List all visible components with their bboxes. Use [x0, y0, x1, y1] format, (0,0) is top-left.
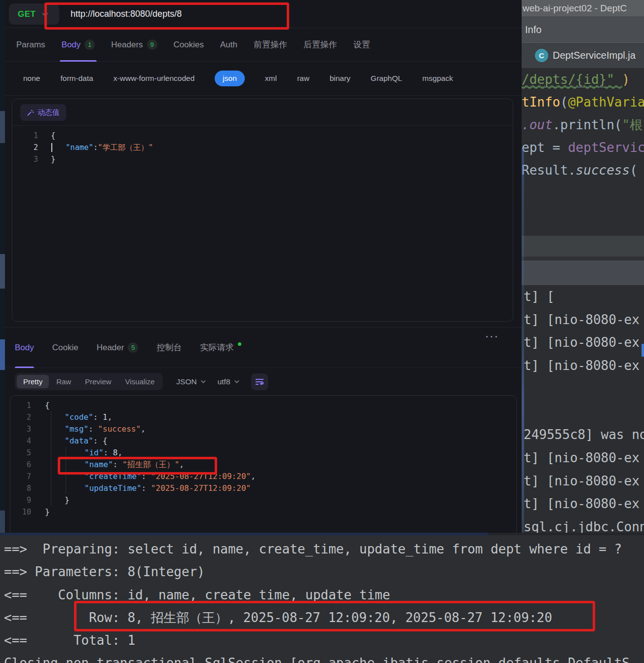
token-p: , [117, 448, 122, 457]
ide-window-title: web-ai-project02 - DeptC [522, 0, 644, 16]
request-tabs: ParamsBody1Headers9CookiesAuth前置操作后置操作设置 [5, 28, 522, 62]
chevron-down-icon [234, 378, 239, 383]
ide-editor-tab[interactable]: C DeptServiceImpl.ja [522, 43, 644, 68]
count-badge: 5 [128, 342, 138, 353]
token-p: : [142, 483, 151, 493]
request-tab-body[interactable]: Body1 [62, 28, 95, 62]
screen: GET http://localhost:8080/depts/8 Params… [0, 0, 644, 663]
token-p: : [88, 424, 98, 434]
body-type-label: form-data [60, 74, 93, 82]
encoding-dropdown[interactable]: utf8 [218, 377, 238, 386]
token-n: 1 [103, 412, 108, 422]
token-p: , [179, 460, 184, 469]
request-tab-settings[interactable]: 设置 [353, 28, 370, 62]
url-input[interactable]: http://localhost:8080/depts/8 [71, 0, 182, 28]
sliver-fragment [0, 339, 5, 370]
body-type-binary[interactable]: binary [330, 74, 350, 83]
sql-log-output: ==> Preparing: select id, name, create_t… [4, 538, 630, 663]
response-tabs: BodyCookieHeader5控制台实际请求 [5, 328, 522, 368]
window-edge-glow [522, 148, 524, 533]
line-content: } [51, 153, 55, 165]
code-line: 2"code": 1, [10, 411, 516, 423]
response-tab-cookie[interactable]: Cookie [52, 328, 78, 368]
scrollbar-marker[interactable] [642, 344, 644, 357]
response-tab-actual-request[interactable]: 实际请求 [200, 328, 241, 368]
token-staticitalic: success [576, 163, 630, 178]
token-s: "招生部（王）" [122, 460, 179, 469]
request-body-editor[interactable]: 动态值 1{2"name":"学工部（王）"3} [12, 99, 513, 322]
token-str: "根 [622, 117, 643, 132]
response-tab-console[interactable]: 控制台 [156, 328, 182, 368]
response-tab-body[interactable]: Body [15, 328, 34, 368]
token-s: "2025-08-27T12:09:20" [151, 472, 251, 481]
view-mode-raw[interactable]: Raw [50, 375, 77, 388]
token-k: "msg" [65, 424, 88, 434]
text-caret [51, 143, 52, 152]
view-mode-preview[interactable]: Preview [78, 375, 117, 388]
view-mode-pretty[interactable]: Pretty [17, 375, 49, 388]
request-tab-cookies[interactable]: Cookies [174, 28, 204, 62]
divider [522, 257, 644, 260]
response-tab-label: Header [97, 343, 124, 353]
line-content: "name":"学工部（王）" [51, 142, 153, 153]
line-number: 5 [10, 447, 45, 459]
request-tab-post-actions[interactable]: 后置操作 [303, 28, 337, 62]
ide-info-banner: Info [522, 16, 644, 43]
body-type-msgpack[interactable]: msgpack [422, 74, 453, 83]
token-p: , [251, 472, 256, 481]
response-tab-header[interactable]: Header5 [97, 328, 139, 368]
request-tab-headers[interactable]: Headers9 [111, 28, 157, 62]
view-mode-visualize[interactable]: Visualize [119, 375, 161, 388]
line-content: "updateTime": "2025-08-27T12:09:20" [45, 482, 251, 494]
window-bottom-edge [0, 533, 488, 535]
more-options-button[interactable]: ··· [486, 332, 499, 342]
body-type-x-www-form-urlencoded[interactable]: x-www-form-urlencoded [114, 74, 195, 83]
line-number: 7 [10, 471, 45, 482]
word-wrap-toggle[interactable] [251, 373, 268, 390]
code-line[interactable]: 1{ [12, 130, 513, 142]
token-k: "updateTime" [84, 483, 142, 493]
body-type-label: none [23, 74, 40, 82]
sliver-fragment [0, 511, 5, 533]
token-plain: Result. [522, 163, 576, 178]
token-p: } [51, 155, 55, 164]
request-tab-auth[interactable]: Auth [220, 28, 237, 62]
token-p: : [142, 472, 151, 481]
line-number: 1 [12, 130, 51, 142]
body-type-xml[interactable]: xml [265, 74, 277, 83]
code-line: 10} [10, 506, 516, 518]
magic-wand-icon [27, 109, 34, 116]
line-number: 3 [10, 423, 45, 435]
response-toolbar: PrettyRawPreviewVisualize JSON utf8 [5, 368, 522, 395]
code-line: 7"createTime": "2025-08-27T12:09:20", [10, 471, 516, 482]
line-number: 9 [10, 494, 45, 506]
request-tab-label: Headers [111, 40, 143, 50]
token-s: "2025-08-27T12:09:20" [151, 483, 251, 493]
method-dropdown[interactable]: GET [9, 3, 59, 25]
body-type-raw[interactable]: raw [297, 74, 309, 83]
code-line[interactable]: 2"name":"学工部（王）" [12, 142, 513, 153]
ide-code-line: Result.success( [522, 159, 644, 182]
body-type-graphql[interactable]: GraphQL [371, 74, 402, 83]
window-bottom-edge [488, 533, 644, 535]
token-s: "学工部（王）" [98, 143, 153, 152]
request-tab-pre-actions[interactable]: 前置操作 [254, 28, 287, 62]
view-mode-label: Raw [56, 377, 71, 386]
dynamic-value-button[interactable]: 动态值 [20, 104, 66, 121]
ide-code-editor[interactable]: /depts/{id}" )tInfo(@PathVaria.out.print… [522, 68, 644, 236]
code-line: 1{ [10, 400, 516, 411]
format-dropdown[interactable]: JSON [176, 377, 204, 386]
api-client-panel: GET http://localhost:8080/depts/8 Params… [5, 0, 522, 533]
body-type-none[interactable]: none [23, 74, 40, 83]
token-plain: ( [560, 95, 568, 110]
divider [12, 125, 513, 126]
body-type-json[interactable]: json [215, 71, 244, 86]
body-type-form-data[interactable]: form-data [60, 74, 93, 83]
body-type-label: json [223, 74, 236, 82]
token-k: "createTime" [84, 472, 142, 481]
chevron-down-icon [42, 10, 48, 16]
code-line[interactable]: 3} [12, 153, 513, 165]
request-tab-params[interactable]: Params [16, 28, 45, 62]
response-body-viewer[interactable]: 1{2"code": 1,3"msg": "success",4"data": … [10, 395, 517, 533]
token-p: : [104, 448, 113, 457]
